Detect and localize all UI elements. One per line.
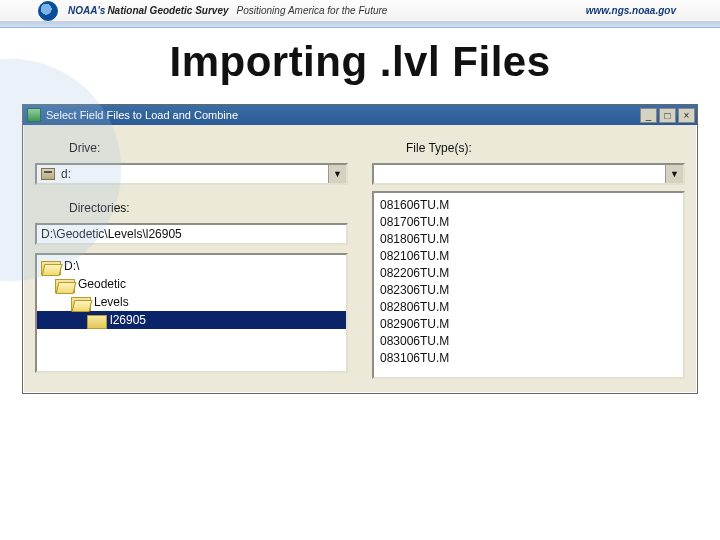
close-button[interactable]: × [678,108,695,123]
directory-tree[interactable]: D:\ Geodetic Levels l26905 [35,253,348,373]
maximize-button[interactable]: □ [659,108,676,123]
tree-item-label: Geodetic [78,277,126,291]
tree-item-label: Levels [94,295,129,309]
path-value: D:\Geodetic\Levels\l26905 [41,227,182,241]
list-item[interactable]: 081806TU.M [380,231,677,248]
list-item[interactable]: 082206TU.M [380,265,677,282]
tree-item-label: l26905 [110,313,146,327]
drive-combo[interactable]: d: ▼ [35,163,348,185]
file-select-dialog: Select Field Files to Load and Combine _… [22,104,698,394]
minimize-button[interactable]: _ [640,108,657,123]
dialog-title: Select Field Files to Load and Combine [46,109,238,121]
list-item[interactable]: 083006TU.M [380,333,677,350]
list-item[interactable]: 082306TU.M [380,282,677,299]
tree-item-selected[interactable]: l26905 [37,311,346,329]
slide-title: Importing .lvl Files [0,38,720,86]
banner-underline [0,22,720,28]
list-item[interactable]: 081606TU.M [380,197,677,214]
folder-open-icon [71,295,89,309]
chevron-down-icon[interactable]: ▼ [665,165,683,183]
drive-value: d: [61,167,328,181]
org-url: www.ngs.noaa.gov [586,5,676,16]
list-item[interactable]: 082106TU.M [380,248,677,265]
directories-label: Directories: [69,201,348,215]
drive-icon [41,168,55,180]
list-item[interactable]: 083106TU.M [380,350,677,367]
list-item[interactable]: 081706TU.M [380,214,677,231]
list-item[interactable]: 082906TU.M [380,316,677,333]
tree-item[interactable]: D:\ [37,257,346,275]
drive-label: Drive: [69,141,348,155]
org-name: National Geodetic Survey [107,5,228,16]
chevron-down-icon[interactable]: ▼ [328,165,346,183]
org-prefix: NOAA's [68,5,105,16]
org-tagline: Positioning America for the Future [237,5,388,16]
tree-item[interactable]: Levels [37,293,346,311]
file-type-label: File Type(s): [406,141,685,155]
noaa-logo-icon [38,1,58,21]
folder-icon [87,313,105,327]
window-buttons: _ □ × [640,108,697,123]
tree-item-label: D:\ [64,259,79,273]
path-textbox[interactable]: D:\Geodetic\Levels\l26905 [35,223,348,245]
folder-open-icon [55,277,73,291]
header-banner: NOAA's National Geodetic Survey Position… [0,0,720,22]
dialog-icon [27,108,41,122]
tree-item[interactable]: Geodetic [37,275,346,293]
folder-open-icon [41,259,59,273]
list-item[interactable]: 082806TU.M [380,299,677,316]
file-list[interactable]: 081606TU.M 081706TU.M 081806TU.M 082106T… [372,191,685,379]
file-type-combo[interactable]: ▼ [372,163,685,185]
dialog-titlebar[interactable]: Select Field Files to Load and Combine _… [23,105,697,125]
